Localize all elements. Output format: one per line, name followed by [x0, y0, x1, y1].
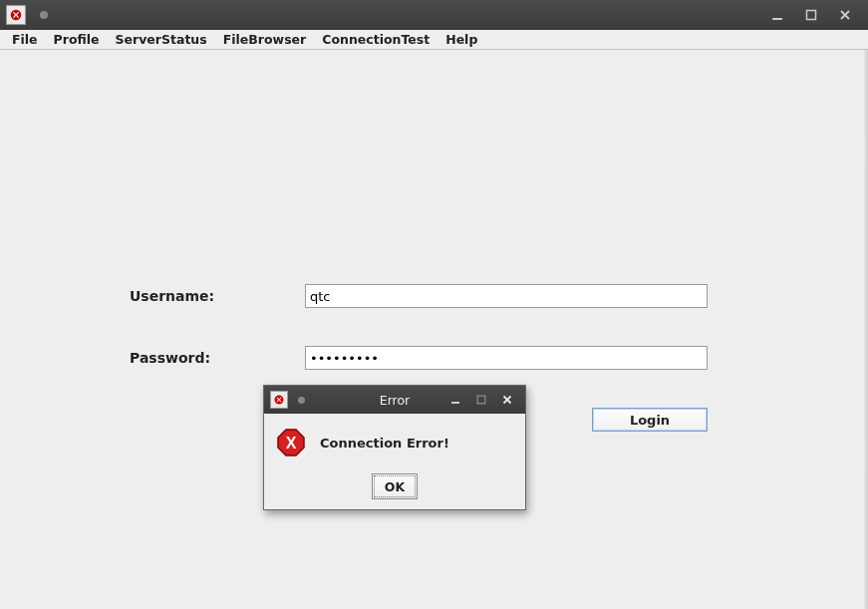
- dialog-app-icon: [270, 391, 288, 409]
- close-button[interactable]: [828, 3, 862, 27]
- svg-rect-2: [807, 11, 816, 20]
- login-button[interactable]: Login: [592, 408, 708, 432]
- svg-rect-1: [772, 18, 782, 20]
- menu-file[interactable]: File: [4, 31, 46, 48]
- svg-rect-5: [477, 396, 485, 404]
- svg-rect-4: [451, 402, 459, 404]
- minimize-button[interactable]: [760, 3, 794, 27]
- username-input[interactable]: [305, 284, 708, 308]
- dialog-maximize-button[interactable]: [469, 390, 493, 410]
- client-area: Username: Password: Login: [0, 50, 868, 609]
- menu-help[interactable]: Help: [437, 31, 485, 48]
- dialog-titlebar[interactable]: Error: [264, 386, 525, 414]
- password-input[interactable]: [305, 346, 708, 370]
- username-label: Username:: [130, 288, 305, 304]
- error-icon: X: [276, 428, 306, 457]
- menu-connectiontest[interactable]: ConnectionTest: [314, 31, 437, 48]
- scrollbar-gutter[interactable]: [864, 50, 868, 609]
- dialog-minimize-button[interactable]: [443, 390, 467, 410]
- dialog-message: Connection Error!: [320, 436, 449, 451]
- dialog-modified-dot-icon: [298, 397, 305, 404]
- menu-serverstatus[interactable]: ServerStatus: [108, 31, 215, 48]
- title-modified-dot-icon: [40, 11, 48, 19]
- menu-profile[interactable]: Profile: [46, 31, 108, 48]
- svg-text:X: X: [286, 435, 297, 452]
- app-icon: [6, 5, 26, 25]
- dialog-title: Error: [380, 393, 410, 408]
- password-label: Password:: [130, 350, 305, 366]
- error-dialog: Error X Connection Error! OK: [263, 385, 526, 510]
- maximize-button[interactable]: [794, 3, 828, 27]
- menubar: File Profile ServerStatus FileBrowser Co…: [0, 30, 868, 50]
- window-titlebar: [0, 0, 868, 30]
- ok-button[interactable]: OK: [372, 473, 418, 499]
- menu-filebrowser[interactable]: FileBrowser: [215, 31, 315, 48]
- dialog-close-button[interactable]: [495, 390, 519, 410]
